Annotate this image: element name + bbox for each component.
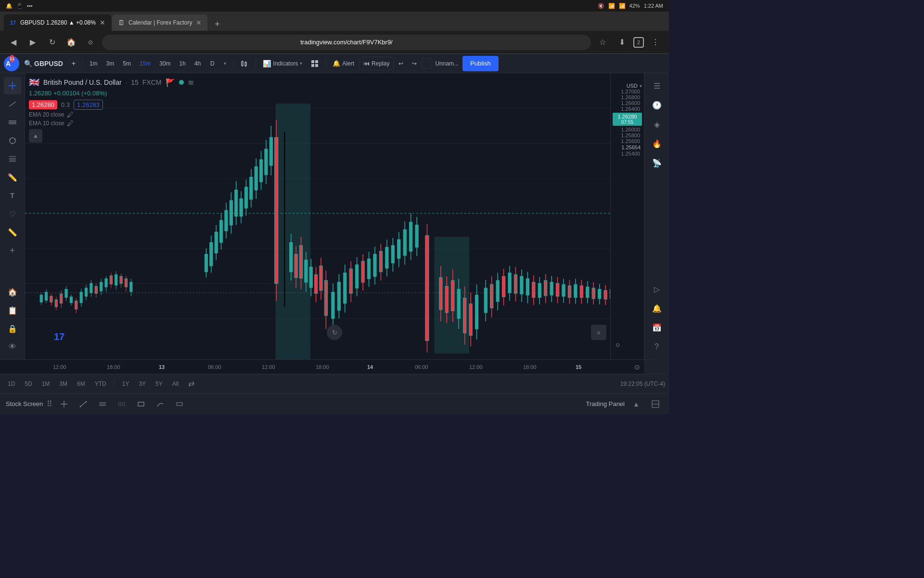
currency-selector[interactable]: USD ▾ bbox=[613, 83, 642, 89]
split-view-button[interactable] bbox=[648, 396, 663, 412]
period-1y[interactable]: 1Y bbox=[118, 378, 133, 390]
price-axis-settings-icon[interactable]: ⊙ bbox=[613, 340, 622, 350]
play-sidebar-button[interactable]: ▷ bbox=[648, 280, 666, 298]
current-price-value: 1.26280 bbox=[615, 114, 640, 119]
hline-draw-tool[interactable] bbox=[95, 396, 110, 412]
svg-rect-8 bbox=[311, 64, 314, 67]
dotline-draw-tool[interactable] bbox=[114, 396, 129, 412]
symbol-search[interactable]: 🔍 GBPUSD bbox=[20, 57, 67, 70]
download-button[interactable]: ⬇ bbox=[614, 35, 629, 50]
publish-button[interactable]: Publish bbox=[462, 56, 499, 71]
crosshair-tool[interactable] bbox=[4, 77, 21, 94]
ema2-row: EMA 10 close 🖊 bbox=[29, 119, 194, 127]
undo-button[interactable]: ↩ bbox=[395, 57, 407, 70]
tf-4h[interactable]: 4h bbox=[191, 57, 205, 70]
url-bar: ◀ ▶ ↻ 🏠 ⊙ ☆ ⬇ 2 ⋮ bbox=[0, 31, 669, 54]
bookmark-button[interactable]: ☆ bbox=[595, 35, 610, 50]
eye-tool[interactable]: 👁 bbox=[4, 338, 21, 355]
tf-dropdown[interactable]: ▾ bbox=[220, 57, 230, 70]
fib-tool[interactable] bbox=[4, 150, 21, 168]
forward-button[interactable]: ▶ bbox=[25, 35, 40, 50]
bell-sidebar-button[interactable]: 🔔 bbox=[648, 300, 666, 317]
tf-3m[interactable]: 3m bbox=[103, 57, 118, 70]
layers-sidebar-button[interactable]: ◈ bbox=[648, 116, 666, 133]
svg-rect-223 bbox=[469, 304, 472, 335]
indicators-button[interactable]: 📊 Indicators ▾ bbox=[259, 57, 306, 70]
line-tool[interactable] bbox=[4, 95, 21, 113]
tf-1m[interactable]: 1m bbox=[86, 57, 102, 70]
tab-forexfactory[interactable]: 🗓 Calendar | Forex Factory ✕ bbox=[112, 14, 208, 31]
tf-1h[interactable]: 1h bbox=[176, 57, 190, 70]
tab-tradingview[interactable]: 17 GBPUSD 1.26280 ▲ +0.08% ✕ bbox=[4, 14, 111, 31]
url-input[interactable] bbox=[102, 35, 591, 50]
calendar-sidebar-button[interactable]: 📅 bbox=[648, 319, 666, 336]
alert-button[interactable]: 🔔 Alert bbox=[329, 57, 358, 70]
reload-button[interactable]: ↻ bbox=[44, 35, 60, 50]
measure-draw-tool[interactable] bbox=[172, 396, 187, 412]
period-1m[interactable]: 1M bbox=[38, 378, 54, 390]
home-button[interactable]: 🏠 bbox=[64, 35, 79, 50]
trendline-draw-tool[interactable] bbox=[76, 396, 91, 412]
publish-label: Publish bbox=[470, 60, 491, 67]
menu-button[interactable]: ⋮ bbox=[648, 35, 663, 50]
text-tool[interactable]: T bbox=[4, 187, 21, 204]
ema2-edit-icon[interactable]: 🖊 bbox=[67, 119, 74, 127]
tf-5m[interactable]: 5m bbox=[119, 57, 135, 70]
expand-chart-button[interactable]: » bbox=[591, 325, 606, 340]
tab-tv-close[interactable]: ✕ bbox=[100, 19, 105, 26]
path-draw-tool[interactable] bbox=[153, 396, 168, 412]
ruler-tool[interactable]: 📏 bbox=[4, 223, 21, 241]
tab-ff-close[interactable]: ✕ bbox=[196, 19, 202, 26]
svg-rect-87 bbox=[130, 282, 132, 291]
pitchfork-tool[interactable] bbox=[4, 132, 21, 149]
period-1d[interactable]: 1D bbox=[4, 378, 19, 390]
snapshot-button[interactable] bbox=[422, 58, 432, 69]
collapse-button[interactable]: ▲ bbox=[29, 129, 42, 143]
reload-chart-button[interactable]: ↻ bbox=[327, 325, 342, 340]
back-button[interactable]: ◀ bbox=[6, 35, 21, 50]
period-6m[interactable]: 6M bbox=[73, 378, 89, 390]
tf-30m[interactable]: 30m bbox=[155, 57, 174, 70]
period-5y[interactable]: 5Y bbox=[152, 378, 167, 390]
watchlist-tool[interactable]: 📋 bbox=[4, 302, 21, 319]
heart-tool[interactable]: ♡ bbox=[4, 205, 21, 223]
draw-tool[interactable]: ✏️ bbox=[4, 169, 21, 186]
account-button[interactable]: A 11 bbox=[4, 56, 19, 71]
broadcast-sidebar-button[interactable]: 📡 bbox=[648, 154, 666, 171]
redo-button[interactable]: ↪ bbox=[408, 57, 421, 70]
period-all[interactable]: All bbox=[168, 378, 182, 390]
collapse-bottom-button[interactable]: ▲ bbox=[629, 396, 644, 412]
rect-draw-tool[interactable] bbox=[133, 396, 149, 412]
fire-sidebar-button[interactable]: 🔥 bbox=[648, 135, 666, 152]
home-nav-tool[interactable]: 🏠 bbox=[4, 283, 21, 301]
target-icon-right[interactable]: ⊙ bbox=[634, 363, 640, 371]
period-3m[interactable]: 3M bbox=[55, 378, 71, 390]
period-5d[interactable]: 5D bbox=[21, 378, 36, 390]
zoom-in-tool[interactable]: + bbox=[4, 242, 21, 259]
tab-count-button[interactable]: 2 bbox=[633, 37, 644, 48]
ema1-edit-icon[interactable]: 🖊 bbox=[67, 111, 74, 118]
tf-15m[interactable]: 15m bbox=[136, 57, 154, 70]
tf-d[interactable]: D bbox=[205, 57, 219, 70]
new-tab-button[interactable]: + bbox=[210, 17, 224, 31]
layouts-button[interactable] bbox=[307, 57, 322, 70]
history-sidebar-button[interactable]: 🕐 bbox=[648, 96, 666, 114]
compare-button[interactable]: ⇄ bbox=[184, 378, 198, 390]
drag-handle[interactable]: ⠿ bbox=[47, 399, 52, 408]
crosshair-draw-tool[interactable] bbox=[56, 396, 72, 412]
period-ytd[interactable]: YTD bbox=[91, 378, 110, 390]
period-3y[interactable]: 3Y bbox=[135, 378, 150, 390]
lock-tool[interactable]: 🔒 bbox=[4, 320, 21, 337]
time-label-1800-2: 18:00 bbox=[316, 364, 329, 370]
svg-rect-226 bbox=[475, 295, 478, 329]
help-sidebar-button[interactable]: ? bbox=[648, 338, 666, 355]
crosshair-icon bbox=[8, 81, 17, 90]
add-symbol-button[interactable]: + bbox=[68, 58, 79, 69]
svg-rect-232 bbox=[490, 285, 493, 308]
replay-button[interactable]: ⏮ Replay bbox=[359, 57, 394, 70]
svg-rect-57 bbox=[80, 292, 82, 303]
main-chart-area[interactable]: 🇬🇧 British Pound / U.S. Dollar · 15 FXCM… bbox=[25, 73, 644, 359]
chart-type-button[interactable] bbox=[236, 57, 253, 70]
horizontal-line-tool[interactable] bbox=[4, 114, 21, 131]
watchlist-sidebar-button[interactable]: ☰ bbox=[648, 77, 666, 94]
